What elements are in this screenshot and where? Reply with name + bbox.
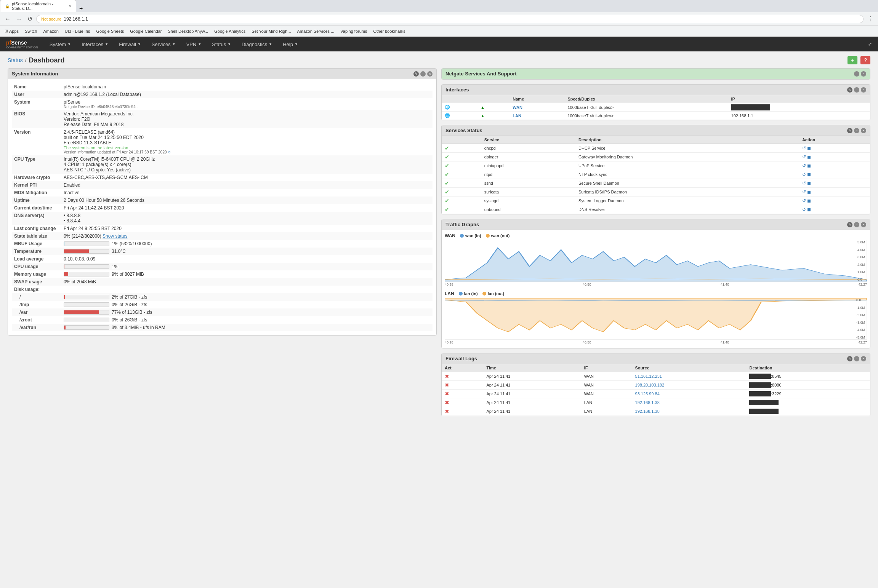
lan-name[interactable]: LAN	[513, 113, 521, 118]
fw-source-ip[interactable]: 192.168.1.38	[635, 409, 660, 414]
service-restart-button[interactable]: ↺	[802, 181, 806, 186]
panel-minimize-button[interactable]: −	[854, 222, 859, 227]
service-status-icon: ✔	[445, 206, 449, 213]
table-row: CPU usage 1%	[12, 263, 433, 270]
bookmark-setmind[interactable]: Set Your Mind Righ...	[250, 28, 292, 34]
panel-edit-button[interactable]: ✎	[847, 222, 852, 227]
service-restart-button[interactable]: ↺	[802, 207, 806, 212]
bookmark-gsheets[interactable]: Google Sheets	[95, 28, 125, 34]
panel-minimize-button[interactable]: −	[854, 356, 859, 361]
panel-minimize-button[interactable]: −	[420, 71, 426, 77]
service-stop-button[interactable]: ◼	[807, 198, 811, 203]
wan-svg	[445, 240, 867, 281]
fw-source-ip[interactable]: 51.161.12.231	[635, 374, 662, 379]
service-restart-button[interactable]: ↺	[802, 198, 806, 203]
breadcrumb-current: Dashboard	[29, 56, 65, 64]
bookmark-amazon[interactable]: Amazon	[42, 28, 60, 34]
service-status-icon: ✔	[445, 171, 449, 177]
bookmark-ganalytics[interactable]: Google Analytics	[213, 28, 247, 34]
fw-source-ip[interactable]: 192.168.1.38	[635, 400, 660, 405]
fw-source-ip[interactable]: 198.20.103.182	[635, 383, 664, 387]
bookmark-label: Vaping forums	[340, 29, 367, 34]
fw-time: Apr 24 11:41	[483, 372, 581, 381]
bookmark-gcal[interactable]: Google Calendar	[128, 28, 163, 34]
nav-interfaces[interactable]: Interfaces ▼	[76, 37, 114, 51]
firewall-block-icon: ✖	[445, 399, 449, 406]
service-restart-button[interactable]: ↺	[802, 189, 806, 195]
help-button[interactable]: ?	[860, 56, 870, 64]
disk-root-bar	[64, 295, 109, 299]
fw-col-source: Source	[632, 364, 747, 372]
service-stop-button[interactable]: ◼	[807, 181, 811, 186]
panel-close-button[interactable]: ×	[427, 71, 433, 77]
show-states-link[interactable]: Show states	[103, 233, 127, 239]
panel-minimize-button[interactable]: −	[854, 128, 859, 133]
panel-controls: ✎ − ×	[413, 71, 433, 77]
tab-close-button[interactable]: ×	[69, 4, 71, 8]
service-restart-button[interactable]: ↺	[802, 145, 806, 151]
nav-diagnostics[interactable]: Diagnostics ▼	[236, 37, 277, 51]
if-col-speed: Speed/Duplex	[564, 95, 728, 103]
service-restart-button[interactable]: ↺	[802, 172, 806, 177]
refresh-icon[interactable]: ↺	[168, 150, 171, 154]
reload-button[interactable]: ↺	[26, 14, 34, 23]
nav-external-link-icon[interactable]: ⤢	[865, 42, 875, 47]
panel-close-button[interactable]: ×	[861, 356, 866, 361]
panel-edit-button[interactable]: ✎	[847, 87, 852, 93]
chevron-down-icon: ▼	[138, 42, 141, 46]
panel-close-button[interactable]: ×	[861, 87, 866, 93]
service-restart-button[interactable]: ↺	[802, 154, 806, 160]
bookmark-switch[interactable]: Switch	[23, 28, 38, 34]
browser-chrome: 🔒 pfSense.localdomain - Status: D... × +…	[0, 0, 878, 37]
panel-close-button[interactable]: ×	[861, 128, 866, 133]
cpu-aesni: AES-NI CPU Crypto: Yes (active)	[64, 167, 430, 173]
bookmark-label: UI3 - Blue Iris	[65, 29, 90, 34]
firewall-logs-body: Act Time IF Source Destination ✖ Apr 24 …	[442, 364, 870, 416]
panel-minimize-button[interactable]: −	[854, 71, 859, 77]
breadcrumb-parent[interactable]: Status	[8, 57, 23, 63]
bookmark-vaping[interactable]: Vaping forums	[339, 28, 369, 34]
service-restart-button[interactable]: ↺	[802, 163, 806, 168]
panel-close-button[interactable]: ×	[861, 71, 866, 77]
nav-system[interactable]: System ▼	[44, 37, 76, 51]
table-row: /zroot 0% of 26GiB - zfs	[12, 316, 433, 324]
lan-svg	[445, 298, 867, 339]
panel-edit-button[interactable]: ✎	[413, 71, 419, 77]
service-stop-button[interactable]: ◼	[807, 172, 811, 177]
add-widget-button[interactable]: +	[848, 56, 857, 64]
nav-vpn[interactable]: VPN ▼	[181, 37, 207, 51]
bookmark-ui3[interactable]: UI3 - Blue Iris	[63, 28, 92, 34]
disk-root-value: 2% of 27GiB - zfs	[112, 294, 147, 300]
bookmark-other[interactable]: Other bookmarks	[372, 28, 407, 34]
nav-help[interactable]: Help ▼	[277, 37, 303, 51]
service-stop-button[interactable]: ◼	[807, 145, 811, 151]
fw-source-ip[interactable]: 93.125.99.84	[635, 391, 660, 396]
system-name: pfSense	[64, 99, 430, 105]
breadcrumb-separator: /	[25, 57, 27, 63]
browser-tab-active[interactable]: 🔒 pfSense.localdomain - Status: D... ×	[0, 0, 76, 12]
address-bar[interactable]: Not secure 192.168.1.1	[36, 15, 864, 23]
service-stop-button[interactable]: ◼	[807, 207, 811, 212]
bookmark-apps[interactable]: ⊞ Apps	[3, 28, 20, 34]
panel-edit-button[interactable]: ✎	[847, 128, 852, 133]
service-stop-button[interactable]: ◼	[807, 189, 811, 195]
nav-status[interactable]: Status ▼	[207, 37, 236, 51]
new-tab-button[interactable]: +	[76, 5, 86, 12]
nav-firewall[interactable]: Firewall ▼	[114, 37, 146, 51]
service-status-icon: ✔	[445, 198, 449, 204]
bookmark-amazon-svc[interactable]: Amazon Services ...	[296, 28, 336, 34]
forward-button[interactable]: →	[14, 15, 24, 23]
extensions-button[interactable]: ⋮	[866, 14, 875, 23]
service-stop-button[interactable]: ◼	[807, 154, 811, 160]
wan-name[interactable]: WAN	[513, 105, 522, 110]
bookmark-shell[interactable]: Shell Desktop Anyw...	[166, 28, 210, 34]
panel-minimize-button[interactable]: −	[854, 87, 859, 93]
panel-close-button[interactable]: ×	[861, 222, 866, 227]
table-row: ✖ Apr 24 11:41 WAN 93.125.99.84 xxx:3229	[442, 390, 870, 398]
service-stop-button[interactable]: ◼	[807, 163, 811, 168]
firewall-logs-title: Firewall Logs	[445, 356, 847, 361]
panel-edit-button[interactable]: ✎	[847, 356, 852, 361]
fw-col-act: Act	[442, 364, 483, 372]
back-button[interactable]: ←	[3, 15, 12, 23]
nav-services[interactable]: Services ▼	[146, 37, 181, 51]
